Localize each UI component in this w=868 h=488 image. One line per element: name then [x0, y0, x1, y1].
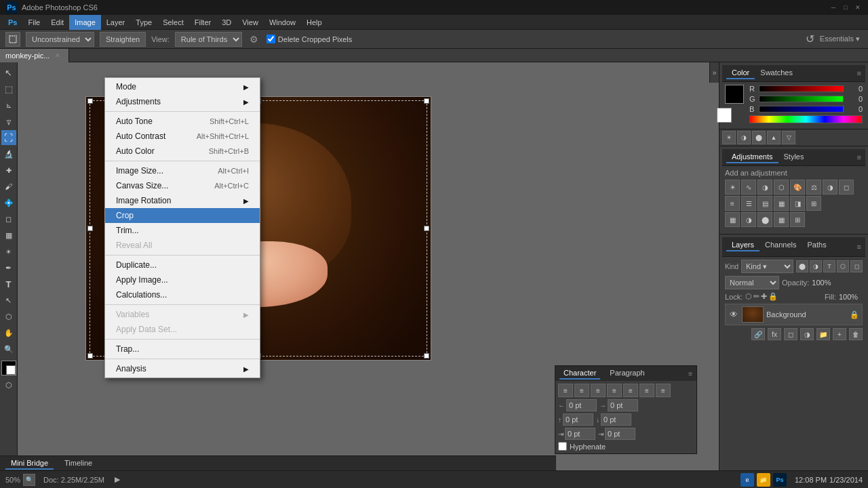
red-slider[interactable]	[759, 85, 844, 92]
tab-paths[interactable]: Paths	[802, 239, 832, 251]
layer-fx-button[interactable]: fx	[768, 328, 781, 340]
minimize-button[interactable]: ─	[829, 3, 838, 12]
style-icon-5[interactable]: ▽	[782, 131, 795, 144]
ie-icon[interactable]: e	[741, 473, 754, 487]
lock-position[interactable]: ✚	[761, 292, 767, 301]
menu-ps[interactable]: Ps	[3, 15, 22, 30]
menu-adjustments[interactable]: Adjustments ▶	[105, 94, 260, 109]
style-icon-2[interactable]: ◑	[737, 131, 751, 144]
color-swatches-area[interactable]	[725, 85, 747, 106]
word-spacing-input[interactable]	[605, 428, 635, 440]
kind-select[interactable]: Kind ▾	[741, 260, 793, 273]
crop-handle-tl[interactable]	[87, 98, 93, 104]
style-icon-1[interactable]: ☀	[722, 131, 736, 144]
new-adjustment-button[interactable]: ◑	[800, 328, 814, 340]
lock-image[interactable]: ✏	[753, 292, 760, 301]
menu-image-size[interactable]: Image Size... Alt+Ctrl+I	[105, 163, 260, 178]
crop-handle-mr[interactable]	[424, 226, 429, 231]
menu-auto-contrast[interactable]: Auto Contrast Alt+Shift+Ctrl+L	[105, 129, 260, 144]
blend-mode-select[interactable]: Normal	[725, 276, 779, 289]
green-slider[interactable]	[759, 96, 844, 102]
adj-posterize[interactable]: ▦	[774, 196, 789, 211]
hyphenate-checkbox[interactable]	[558, 442, 567, 451]
selection-tool[interactable]: ⬚	[1, 81, 16, 96]
menu-select[interactable]: Select	[157, 15, 189, 30]
delete-cropped-pixels-checkbox[interactable]: Delete Cropped Pixels	[267, 35, 352, 43]
menu-type[interactable]: Type	[130, 15, 157, 30]
tab-channels[interactable]: Channels	[760, 239, 802, 251]
layer-background[interactable]: 👁 Background 🔒	[725, 304, 863, 325]
tab-color[interactable]: Color	[726, 67, 755, 79]
tab-paragraph[interactable]: Paragraph	[606, 367, 648, 380]
link-layers-button[interactable]: 🔗	[751, 328, 765, 340]
blue-slider[interactable]	[759, 106, 844, 113]
adj-colorbalance[interactable]: ⚖	[806, 180, 821, 195]
color-panel-collapse[interactable]: ≡	[857, 69, 861, 77]
indent-before-input[interactable]	[566, 399, 597, 411]
hand-tool[interactable]: ✋	[1, 325, 16, 340]
space-before-input[interactable]	[563, 413, 593, 426]
kind-pixel-icon[interactable]: ⬤	[796, 260, 808, 272]
gradient-tool[interactable]: ▦	[1, 228, 16, 243]
crop-handle-br[interactable]	[424, 353, 429, 359]
eyedropper-tool[interactable]: 🔬	[1, 146, 16, 161]
mini-bridge-tab[interactable]: Mini Bridge	[5, 458, 54, 470]
move-tool[interactable]: ↖	[1, 65, 16, 80]
adjustments-panel-collapse[interactable]: ≡	[857, 153, 861, 161]
doc-info-arrow[interactable]: ▶	[113, 475, 122, 485]
menu-view[interactable]: View	[237, 15, 264, 30]
straighten-button[interactable]: Straighten	[100, 32, 146, 47]
path-select-tool[interactable]: ↖	[1, 293, 16, 308]
justify-left-button[interactable]: ≡	[607, 384, 622, 397]
menu-file[interactable]: File	[22, 15, 45, 30]
close-button[interactable]: ✕	[853, 3, 863, 12]
dodge-tool[interactable]: ☀	[1, 244, 16, 259]
adj-curves[interactable]: ∿	[741, 180, 756, 195]
adj-selectivecolor[interactable]: ⊞	[806, 196, 821, 211]
menu-apply-image[interactable]: Apply Image...	[105, 272, 260, 287]
panels-collapse-button[interactable]: »	[709, 62, 719, 83]
adj-invert[interactable]: ◑	[741, 212, 756, 227]
foreground-swatch[interactable]	[725, 85, 744, 104]
adj-gradientmap[interactable]: ▦	[725, 212, 740, 227]
style-icon-4[interactable]: ▲	[767, 131, 781, 144]
menu-window[interactable]: Window	[264, 15, 301, 30]
menu-calculations[interactable]: Calculations...	[105, 287, 260, 302]
kind-shape-icon[interactable]: ⬡	[837, 260, 849, 272]
kind-adjust-icon[interactable]: ◑	[810, 260, 822, 272]
heal-tool[interactable]: ✚	[1, 163, 16, 178]
adj-pattern[interactable]: ⊞	[790, 212, 805, 227]
add-mask-button[interactable]: ◻	[784, 328, 797, 340]
folder-icon[interactable]: 📁	[757, 473, 770, 487]
adj-photofilt[interactable]: ◻	[839, 180, 854, 195]
align-left-button[interactable]: ≡	[558, 384, 573, 397]
color-spectrum[interactable]	[749, 115, 863, 123]
view-select[interactable]: Rule of Thirds	[175, 32, 242, 47]
ps-taskbar-icon[interactable]: Ps	[773, 473, 787, 487]
pen-tool[interactable]: ✒	[1, 260, 16, 275]
adj-gradient2[interactable]: ▦	[774, 212, 789, 227]
menu-help[interactable]: Help	[301, 15, 328, 30]
shape-tool[interactable]: ⬡	[1, 309, 16, 324]
reset-button[interactable]: ↺	[806, 33, 814, 45]
crop-tool[interactable]: ⛶	[1, 130, 16, 145]
adj-exposure[interactable]: ◑	[757, 180, 772, 195]
adj-colorlookup[interactable]: ☰	[741, 196, 756, 211]
new-layer-button[interactable]: +	[833, 328, 846, 340]
text-tool[interactable]: T	[1, 277, 16, 291]
adj-brightness[interactable]: ☀	[725, 180, 740, 195]
zoom-icon[interactable]: 🔍	[23, 474, 35, 486]
crop-handle-tr[interactable]	[424, 98, 429, 104]
indent-first-input[interactable]	[565, 428, 595, 440]
background-swatch[interactable]	[717, 108, 732, 123]
brush-tool[interactable]: 🖌	[1, 179, 16, 194]
new-group-button[interactable]: 📁	[816, 328, 830, 340]
crop-handle-ml[interactable]	[87, 226, 93, 231]
style-icon-3[interactable]: ⬤	[752, 131, 766, 144]
justify-center-button[interactable]: ≡	[623, 384, 638, 397]
justify-right-button[interactable]: ≡	[639, 384, 654, 397]
menu-mode[interactable]: Mode ▶	[105, 79, 260, 94]
space-after-input[interactable]	[601, 413, 631, 426]
menu-auto-color[interactable]: Auto Color Shift+Ctrl+B	[105, 144, 260, 159]
magic-wand-tool[interactable]: ⍒	[1, 114, 16, 129]
